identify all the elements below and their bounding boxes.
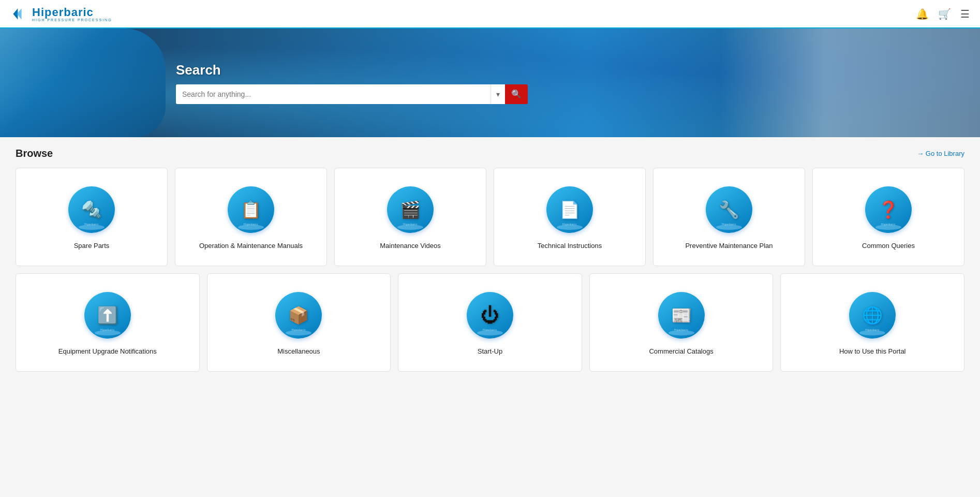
maintenance-videos-icon: 🎬 [400,200,421,220]
card-equipment-upgrade[interactable]: ⬆️ Hiperbaric Equipment Upgrade Notifica… [16,273,200,372]
hero-shape-right [721,28,980,137]
technical-instructions-icon: 📄 [559,200,580,220]
card-operation-maintenance[interactable]: 📋 Hiperbaric Operation & Maintenance Man… [175,168,327,266]
common-queries-icon: ❓ [878,200,899,220]
search-input[interactable] [176,84,491,104]
hero-section: Search ▾ 🔍 [0,28,980,137]
spare-parts-circle-icon: 🔩 Hiperbaric [68,186,115,233]
maintenance-videos-icon-wrap: 🎬 Hiperbaric [387,186,434,233]
start-up-label: Start-Up [478,347,502,356]
miscellaneous-circle-icon: 📦 Hiperbaric [275,292,322,339]
hero-title: Search [176,62,528,78]
equipment-upgrade-circle-icon: ⬆️ Hiperbaric [84,292,131,339]
how-to-use-icon-wrap: 🌐 Hiperbaric [849,292,896,339]
how-to-use-label: How to Use this Portal [839,347,906,356]
hamburger-icon: ☰ [960,8,970,20]
card-common-queries[interactable]: ❓ Hiperbaric Common Queries [812,168,964,266]
start-up-icon-wrap: ⏻ Hiperbaric [467,292,513,339]
spare-parts-label: Spare Parts [74,241,110,251]
card-start-up[interactable]: ⏻ Hiperbaric Start-Up [398,273,582,372]
card-maintenance-videos[interactable]: 🎬 Hiperbaric Maintenance Videos [334,168,486,266]
chevron-down-icon: ▾ [496,90,500,98]
card-spare-parts[interactable]: 🔩 Hiperbaric Spare Parts [16,168,168,266]
equipment-upgrade-icon-wrap: ⬆️ Hiperbaric [84,292,131,339]
browse-section: Browse → Go to Library 🔩 Hiperbaric Spar… [0,137,980,382]
equipment-upgrade-icon: ⬆️ [97,305,118,325]
technical-instructions-label: Technical Instructions [538,241,602,251]
go-to-library-link[interactable]: → Go to Library [917,150,964,157]
start-up-circle-icon: ⏻ Hiperbaric [467,292,513,339]
search-submit-button[interactable]: 🔍 [505,84,528,104]
cards-row-1: 🔩 Hiperbaric Spare Parts 📋 Hiperbaric Op… [16,168,964,266]
operation-maintenance-icon: 📋 [241,200,261,220]
card-miscellaneous[interactable]: 📦 Hiperbaric Miscellaneous [207,273,391,372]
maintenance-videos-label: Maintenance Videos [380,241,441,251]
header-icon-group: 🔔 🛒 ☰ [916,8,970,20]
search-dropdown-button[interactable]: ▾ [491,84,505,104]
technical-instructions-circle-icon: 📄 Hiperbaric [546,186,593,233]
miscellaneous-icon: 📦 [288,305,309,325]
card-technical-instructions[interactable]: 📄 Hiperbaric Technical Instructions [494,168,646,266]
browse-title: Browse [16,148,53,159]
hiperbaric-logo-icon [10,5,29,23]
menu-button[interactable]: ☰ [960,8,970,20]
logo-tagline: HIGH PRESSURE PROCESSING [32,18,112,22]
common-queries-label: Common Queries [862,241,915,251]
commercial-catalogs-icon: 📰 [671,305,692,325]
search-bar: ▾ 🔍 [176,84,528,104]
operation-maintenance-label: Operation & Maintenance Manuals [199,241,303,251]
operation-maintenance-circle-icon: 📋 Hiperbaric [228,186,274,233]
logo-text-block: Hiperbaric HIGH PRESSURE PROCESSING [32,6,112,22]
miscellaneous-label: Miscellaneous [277,347,320,356]
miscellaneous-icon-wrap: 📦 Hiperbaric [275,292,322,339]
spare-parts-icon: 🔩 [81,200,102,220]
preventive-maintenance-circle-icon: 🔧 Hiperbaric [706,186,752,233]
header: Hiperbaric HIGH PRESSURE PROCESSING 🔔 🛒 … [0,0,980,28]
preventive-maintenance-label: Preventive Maintenance Plan [685,241,773,251]
cart-icon: 🛒 [938,8,951,20]
commercial-catalogs-label: Commercial Catalogs [649,347,713,356]
commercial-catalogs-circle-icon: 📰 Hiperbaric [658,292,705,339]
technical-instructions-icon-wrap: 📄 Hiperbaric [546,186,593,233]
card-commercial-catalogs[interactable]: 📰 Hiperbaric Commercial Catalogs [589,273,774,372]
common-queries-circle-icon: ❓ Hiperbaric [865,186,912,233]
equipment-upgrade-label: Equipment Upgrade Notifications [58,347,157,356]
bell-icon: 🔔 [916,8,929,20]
commercial-catalogs-icon-wrap: 📰 Hiperbaric [658,292,705,339]
how-to-use-icon: 🌐 [862,305,883,325]
card-preventive-maintenance[interactable]: 🔧 Hiperbaric Preventive Maintenance Plan [653,168,805,266]
preventive-maintenance-icon: 🔧 [719,200,739,220]
how-to-use-circle-icon: 🌐 Hiperbaric [849,292,896,339]
search-icon: 🔍 [511,89,522,99]
cart-button[interactable]: 🛒 [938,8,951,20]
notification-button[interactable]: 🔔 [916,8,929,20]
logo-area: Hiperbaric HIGH PRESSURE PROCESSING [10,5,112,23]
spare-parts-icon-wrap: 🔩 Hiperbaric [68,186,115,233]
card-how-to-use[interactable]: 🌐 Hiperbaric How to Use this Portal [780,273,964,372]
preventive-maintenance-icon-wrap: 🔧 Hiperbaric [706,186,752,233]
common-queries-icon-wrap: ❓ Hiperbaric [865,186,912,233]
logo-name: Hiperbaric [32,6,94,19]
maintenance-videos-circle-icon: 🎬 Hiperbaric [387,186,434,233]
browse-header: Browse → Go to Library [16,148,964,159]
hero-shape-left [0,28,166,137]
cards-row-2: ⬆️ Hiperbaric Equipment Upgrade Notifica… [16,273,964,372]
hero-content: Search ▾ 🔍 [176,62,528,104]
operation-maintenance-icon-wrap: 📋 Hiperbaric [228,186,274,233]
start-up-icon: ⏻ [481,304,499,326]
